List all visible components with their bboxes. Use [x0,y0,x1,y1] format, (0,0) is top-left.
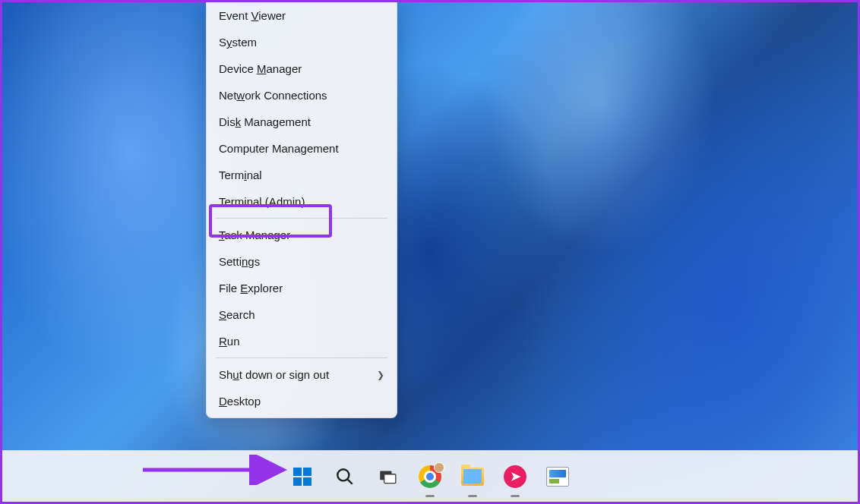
task-view-icon [378,467,397,487]
control-panel-icon [546,467,569,487]
start-button[interactable] [286,461,318,493]
menu-item-file-explorer[interactable]: File Explorer [207,275,397,301]
windows-start-icon [293,468,311,486]
svg-line-3 [348,479,353,484]
menu-item-system[interactable]: System [207,29,397,55]
menu-item-disk-management[interactable]: Disk Management [207,109,397,135]
task-view-button[interactable] [372,461,403,493]
profile-avatar-badge [434,462,444,473]
menu-item-terminal-admin[interactable]: Terminal (Admin) [207,188,397,215]
search-icon [335,467,355,487]
share-app-button[interactable]: ➤ [499,461,531,493]
taskbar: ➤ [2,450,858,502]
menu-item-settings[interactable]: Settings [207,248,397,275]
search-button[interactable] [329,461,361,493]
menu-item-computer-management[interactable]: Computer Management [207,135,397,162]
menu-item-shutdown[interactable]: Shut down or sign out❯ [207,361,397,388]
running-indicator [425,495,435,497]
control-panel-button[interactable] [542,461,574,493]
menu-item-run[interactable]: Run [207,328,397,354]
menu-separator [216,218,387,219]
menu-item-desktop[interactable]: Desktop [207,388,397,414]
svg-point-2 [337,469,349,480]
svg-rect-5 [384,474,396,483]
chrome-button[interactable] [414,461,446,493]
file-explorer-button[interactable] [457,461,488,493]
chrome-icon [419,465,441,488]
menu-item-task-manager[interactable]: Task Manager [207,222,397,248]
menu-item-terminal[interactable]: Terminal [207,162,397,188]
share-app-icon: ➤ [504,465,526,488]
running-indicator [511,495,520,497]
menu-item-device-manager[interactable]: Device Manager [207,55,397,82]
running-indicator [468,495,477,497]
menu-item-event-viewer[interactable]: Event Viewer [207,2,397,29]
winx-context-menu: Event Viewer System Device Manager Netwo… [206,2,397,418]
folder-icon [461,468,484,486]
chevron-right-icon: ❯ [377,370,384,380]
menu-item-network-connections[interactable]: Network Connections [207,82,397,109]
menu-item-search[interactable]: Search [207,301,397,328]
desktop-wallpaper [2,2,858,502]
menu-separator [216,358,387,358]
